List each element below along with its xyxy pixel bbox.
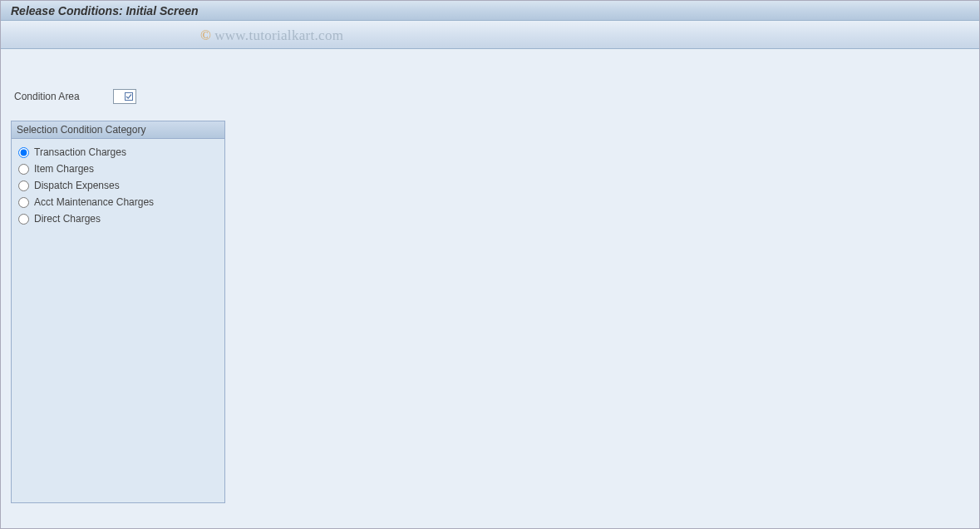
radio-direct-charges[interactable]: Direct Charges [17, 210, 219, 227]
radio-transaction-charges[interactable]: Transaction Charges [17, 144, 219, 161]
radio-label: Item Charges [34, 163, 94, 175]
toolbar: ©www.tutorialkart.com [1, 21, 979, 49]
condition-area-input[interactable] [113, 89, 136, 104]
condition-area-input-wrap [113, 89, 136, 104]
copyright-icon: © [200, 27, 211, 43]
radio-label: Dispatch Expenses [34, 180, 120, 191]
radio-input-transaction-charges[interactable] [18, 147, 29, 158]
radio-item-charges[interactable]: Item Charges [17, 161, 219, 177]
radio-label: Transaction Charges [34, 146, 126, 158]
radio-label: Acct Maintenance Charges [34, 196, 154, 208]
watermark-text: www.tutorialkart.com [214, 27, 343, 43]
radio-input-acct-maintenance-charges[interactable] [18, 197, 29, 208]
radio-dispatch-expenses[interactable]: Dispatch Expenses [17, 177, 219, 194]
watermark: ©www.tutorialkart.com [200, 27, 343, 44]
selection-category-group: Selection Condition Category Transaction… [11, 121, 225, 503]
page-title: Release Conditions: Initial Screen [11, 4, 199, 17]
app-window: Release Conditions: Initial Screen ©www.… [0, 0, 980, 529]
radio-input-item-charges[interactable] [18, 164, 29, 175]
radio-input-dispatch-expenses[interactable] [18, 180, 29, 191]
condition-area-label: Condition Area [14, 91, 80, 102]
radio-label: Direct Charges [34, 213, 101, 225]
group-title: Selection Condition Category [12, 121, 224, 139]
content-area: Condition Area Selection Condition Categ… [1, 49, 979, 528]
titlebar: Release Conditions: Initial Screen [1, 1, 979, 21]
condition-area-row: Condition Area [14, 89, 969, 104]
radio-list: Transaction Charges Item Charges Dispatc… [12, 139, 224, 232]
radio-input-direct-charges[interactable] [18, 214, 29, 225]
radio-acct-maintenance-charges[interactable]: Acct Maintenance Charges [17, 194, 219, 210]
